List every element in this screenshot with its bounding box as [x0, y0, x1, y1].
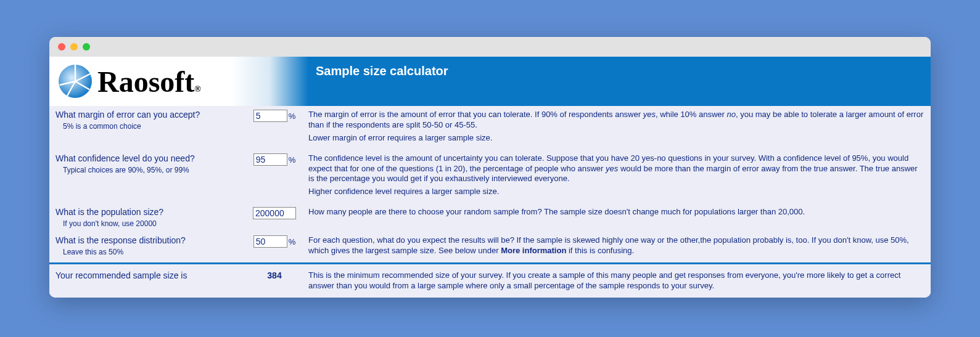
- close-icon[interactable]: [58, 43, 65, 51]
- margin-unit: %: [289, 112, 296, 121]
- maximize-icon[interactable]: [83, 43, 90, 51]
- row-margin-of-error: What margin of error can you accept? 5% …: [49, 106, 931, 150]
- calculator-body: What margin of error can you accept? 5% …: [49, 106, 931, 298]
- brand-name: Raosoft®: [97, 65, 201, 99]
- response-description: For each question, what do you expect th…: [308, 235, 924, 259]
- result-label: Your recommended sample size is: [56, 270, 241, 291]
- page-title: Sample size calculator: [308, 57, 448, 106]
- row-response-distribution: What is the response distribution? Leave…: [49, 232, 931, 262]
- population-hint: If you don't know, use 20000: [63, 219, 241, 228]
- brand-logo-area: Raosoft®: [49, 57, 308, 106]
- row-confidence-level: What confidence level do you need? Typic…: [49, 150, 931, 204]
- confidence-description: The confidence level is the amount of un…: [308, 153, 924, 200]
- result-description: This is the minimum recommended size of …: [308, 270, 924, 291]
- row-result: Your recommended sample size is 384 This…: [49, 264, 931, 298]
- margin-hint: 5% is a common choice: [63, 122, 241, 131]
- margin-input[interactable]: [253, 110, 287, 122]
- confidence-hint: Typical choices are 90%, 95%, or 99%: [63, 166, 241, 174]
- response-question: What is the response distribution?: [56, 235, 241, 245]
- confidence-question: What confidence level do you need?: [56, 153, 241, 163]
- window-titlebar: [49, 37, 931, 57]
- response-unit: %: [289, 237, 296, 246]
- confidence-unit: %: [289, 155, 296, 164]
- response-input[interactable]: [253, 235, 287, 248]
- app-window: Raosoft® Sample size calculator What mar…: [49, 37, 931, 298]
- row-population-size: What is the population size? If you don'…: [49, 203, 931, 232]
- confidence-input[interactable]: [253, 153, 287, 166]
- population-description: How many people are there to choose your…: [308, 207, 924, 228]
- result-value: 384: [241, 270, 308, 291]
- population-input[interactable]: [253, 207, 296, 219]
- page-header: Raosoft® Sample size calculator: [49, 57, 931, 106]
- margin-description: The margin of error is the amount of err…: [308, 110, 924, 146]
- registered-mark: ®: [194, 84, 200, 94]
- margin-question: What margin of error can you accept?: [56, 110, 241, 120]
- minimize-icon[interactable]: [70, 43, 78, 51]
- population-question: What is the population size?: [56, 207, 241, 217]
- brand-logo-icon: [57, 63, 94, 100]
- response-hint: Leave this as 50%: [63, 248, 241, 256]
